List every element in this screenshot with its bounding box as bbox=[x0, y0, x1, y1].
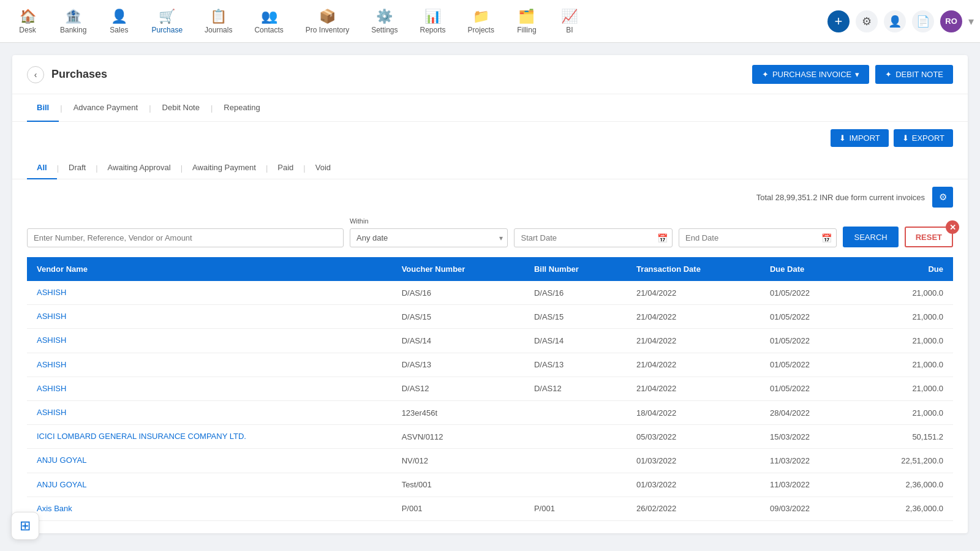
close-reset-button[interactable]: ✕ bbox=[946, 220, 959, 234]
cell-due-date-0: 01/05/2022 bbox=[760, 281, 855, 305]
dropdown-arrow: ▾ bbox=[855, 70, 859, 79]
cell-vendor-9[interactable]: Axis Bank bbox=[27, 497, 392, 520]
tab-debit-note[interactable]: Debit Note bbox=[153, 94, 209, 122]
tab-repeating[interactable]: Repeating bbox=[214, 94, 270, 122]
search-input[interactable] bbox=[27, 228, 344, 247]
table-body: ASHISH D/AS/16 D/AS/16 21/04/2022 01/05/… bbox=[27, 281, 953, 520]
settings-gear-button[interactable]: ⚙ bbox=[856, 10, 878, 32]
nav-item-pro-inventory[interactable]: 📦 Pro Inventory bbox=[295, 4, 360, 39]
debit-note-label: DEBIT NOTE bbox=[895, 70, 943, 79]
cell-vendor-6[interactable]: ICICI LOMBARD GENERAL INSURANCE COMPANY … bbox=[27, 425, 392, 449]
status-tab-awaiting-approval[interactable]: Awaiting Approval bbox=[98, 157, 181, 179]
nav-item-sales[interactable]: 👤 Sales bbox=[97, 4, 140, 39]
debit-note-button[interactable]: ✦ DEBIT NOTE bbox=[875, 65, 953, 84]
cell-due-date-3: 01/05/2022 bbox=[760, 353, 855, 377]
col-vendor-name: Vendor Name bbox=[27, 257, 392, 281]
total-row: Total 28,99,351.2 INR due form current i… bbox=[12, 179, 968, 212]
doc-button[interactable]: 📄 bbox=[912, 10, 934, 32]
table-row: ANJU GOYAL NV/012 01/03/2022 11/03/2022 … bbox=[27, 449, 953, 473]
nav-item-banking[interactable]: 🏦 Banking bbox=[49, 4, 97, 39]
cell-txn-date-8: 01/03/2022 bbox=[627, 473, 760, 497]
within-label: Within bbox=[350, 217, 508, 225]
export-button[interactable]: ⬇ EXPORT bbox=[894, 129, 953, 147]
purchase-invoice-button[interactable]: ✦ PURCHASE INVOICE ▾ bbox=[752, 65, 869, 84]
nav-item-reports[interactable]: 📊 Reports bbox=[409, 4, 457, 39]
table-row: ASHISH 123er456t 18/04/2022 28/04/2022 2… bbox=[27, 400, 953, 424]
purchases-table: Vendor Name Voucher Number Bill Number T… bbox=[27, 257, 953, 521]
nav-label-sales: Sales bbox=[110, 26, 128, 34]
col-voucher-number: Voucher Number bbox=[392, 257, 524, 281]
cell-voucher-8: Test/001 bbox=[392, 473, 524, 497]
reports-icon: 📊 bbox=[424, 9, 441, 24]
cell-due-3: 21,000.0 bbox=[855, 353, 953, 377]
status-tab-paid[interactable]: Paid bbox=[268, 157, 303, 179]
cell-txn-date-1: 21/04/2022 bbox=[627, 305, 760, 329]
page-title: Purchases bbox=[51, 68, 107, 81]
plus-icon-2: ✦ bbox=[885, 70, 892, 79]
cell-voucher-4: D/AS12 bbox=[392, 377, 524, 400]
nav-item-settings[interactable]: ⚙️ Settings bbox=[360, 4, 409, 39]
page-header: ‹ Purchases ✦ PURCHASE INVOICE ▾ ✦ DEBIT… bbox=[12, 55, 968, 94]
avatar-button[interactable]: RO bbox=[940, 10, 962, 32]
start-date-input[interactable] bbox=[514, 228, 673, 247]
end-date-input[interactable] bbox=[679, 228, 837, 247]
nav-item-projects[interactable]: 📁 Projects bbox=[457, 4, 505, 39]
nav-label-projects: Projects bbox=[468, 26, 494, 34]
back-button[interactable]: ‹ bbox=[27, 66, 44, 83]
person-button[interactable]: 👤 bbox=[884, 10, 906, 32]
chevron-down-icon[interactable]: ▾ bbox=[968, 15, 974, 28]
cell-vendor-3[interactable]: ASHISH bbox=[27, 353, 392, 377]
cell-voucher-0: D/AS/16 bbox=[392, 281, 524, 305]
status-tab-awaiting-payment[interactable]: Awaiting Payment bbox=[183, 157, 266, 179]
cell-voucher-6: ASVN/0112 bbox=[392, 425, 524, 449]
status-tab-all[interactable]: All bbox=[27, 157, 57, 179]
cell-due-8: 2,36,000.0 bbox=[855, 473, 953, 497]
table-settings-button[interactable]: ⚙ bbox=[932, 187, 953, 208]
pro-inventory-icon: 📦 bbox=[319, 9, 336, 24]
col-due-date: Due Date bbox=[760, 257, 855, 281]
nav-item-contacts[interactable]: 👥 Contacts bbox=[243, 4, 294, 39]
col-transaction-date: Transaction Date bbox=[627, 257, 760, 281]
within-select[interactable]: Any date This month Last month This quar… bbox=[350, 228, 508, 247]
cell-vendor-8[interactable]: ANJU GOYAL bbox=[27, 473, 392, 497]
cell-bill-8 bbox=[524, 473, 627, 497]
cell-vendor-7[interactable]: ANJU GOYAL bbox=[27, 449, 392, 473]
start-date-wrapper: 📅 bbox=[514, 228, 673, 247]
end-date-wrapper: 📅 bbox=[679, 228, 837, 247]
purchase-invoice-label: PURCHASE INVOICE bbox=[772, 70, 851, 79]
table-row: ASHISH D/AS/14 D/AS/14 21/04/2022 01/05/… bbox=[27, 329, 953, 353]
cell-vendor-5[interactable]: ASHISH bbox=[27, 400, 392, 424]
cell-voucher-1: D/AS/15 bbox=[392, 305, 524, 329]
main-content: ‹ Purchases ✦ PURCHASE INVOICE ▾ ✦ DEBIT… bbox=[12, 55, 968, 533]
status-tab-void[interactable]: Void bbox=[306, 157, 341, 179]
nav-item-bi[interactable]: 📈 BI bbox=[548, 4, 591, 39]
projects-icon: 📁 bbox=[473, 9, 489, 24]
cell-bill-3: D/AS/13 bbox=[524, 353, 627, 377]
nav-label-contacts: Contacts bbox=[254, 26, 283, 34]
cell-vendor-4[interactable]: ASHISH bbox=[27, 377, 392, 400]
cell-due-date-4: 01/05/2022 bbox=[760, 377, 855, 400]
total-info: Total 28,99,351.2 INR due form current i… bbox=[756, 193, 925, 202]
tab-bill[interactable]: Bill bbox=[27, 94, 59, 122]
table-row: ASHISH D/AS/13 D/AS/13 21/04/2022 01/05/… bbox=[27, 353, 953, 377]
cell-txn-date-4: 21/04/2022 bbox=[627, 377, 760, 400]
page-header-left: ‹ Purchases bbox=[27, 66, 107, 83]
table-row: ASHISH D/AS12 D/AS12 21/04/2022 01/05/20… bbox=[27, 377, 953, 400]
status-tab-draft[interactable]: Draft bbox=[59, 157, 96, 179]
add-button[interactable]: + bbox=[827, 10, 850, 32]
nav-item-desk[interactable]: 🏠 Desk bbox=[6, 4, 49, 39]
cell-txn-date-9: 26/02/2022 bbox=[627, 497, 760, 520]
search-button[interactable]: SEARCH bbox=[843, 227, 898, 247]
cell-vendor-0[interactable]: ASHISH bbox=[27, 281, 392, 305]
cell-vendor-1[interactable]: ASHISH bbox=[27, 305, 392, 329]
cell-vendor-2[interactable]: ASHISH bbox=[27, 329, 392, 353]
app-grid-button[interactable]: ⊞ bbox=[11, 512, 39, 540]
nav-item-journals[interactable]: 📋 Journals bbox=[194, 4, 243, 39]
nav-item-filling[interactable]: 🗂️ Filling bbox=[505, 4, 548, 39]
end-date-field: 📅 bbox=[679, 228, 837, 247]
tab-advance-payment[interactable]: Advance Payment bbox=[64, 94, 148, 122]
cell-due-4: 21,000.0 bbox=[855, 377, 953, 400]
import-button[interactable]: ⬇ IMPORT bbox=[831, 129, 888, 147]
export-icon: ⬇ bbox=[902, 133, 909, 143]
nav-item-purchase[interactable]: 🛒 Purchase bbox=[140, 4, 194, 39]
